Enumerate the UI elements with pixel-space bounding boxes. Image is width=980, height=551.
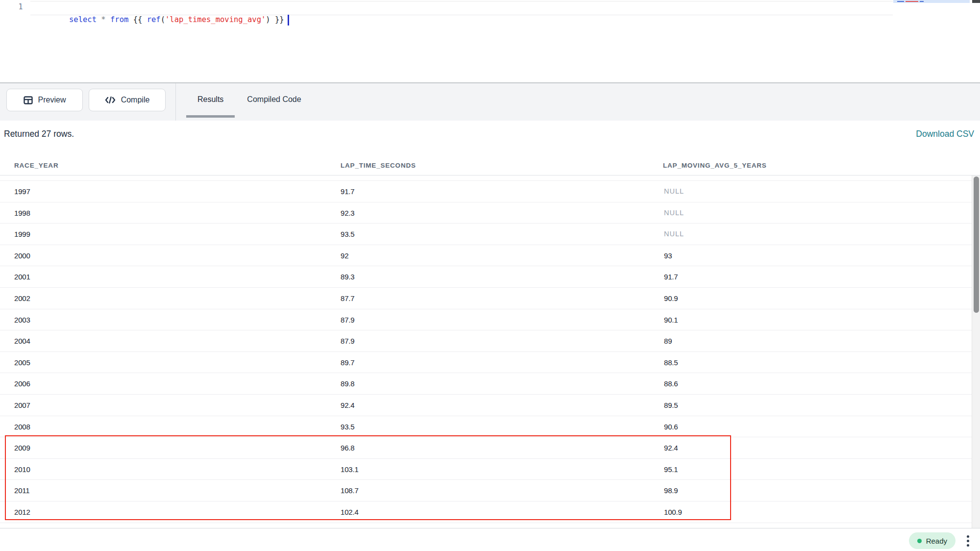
table-header: RACE_YEAR LAP_TIME_SECONDS LAP_MOVING_AV… — [0, 158, 980, 175]
cell-lap-time-seconds: 93.5 — [341, 224, 354, 245]
status-dot-icon — [917, 539, 922, 543]
editor-scrollbar-thumb[interactable] — [972, 0, 980, 3]
minimap-code-mark — [906, 1, 918, 2]
cell-lap-time-seconds: 89.3 — [341, 266, 354, 288]
cell-lap-time-seconds: 102.4 — [341, 501, 359, 523]
preview-button-label: Preview — [38, 96, 66, 104]
table-row-highlighted: 2012102.4100.9 — [0, 501, 972, 523]
table-row: 200487.989 — [0, 330, 972, 352]
results-toolbar: Preview Compile Results Compiled Code — [0, 83, 980, 121]
cell-race-year: 2009 — [14, 437, 30, 459]
download-csv-link[interactable]: Download CSV — [916, 129, 974, 139]
compile-button[interactable]: Compile — [89, 89, 166, 111]
table-row: 199993.5NULL — [0, 224, 972, 245]
cell-lap-time-seconds: 87.9 — [341, 309, 354, 331]
code-token: ref — [147, 15, 161, 24]
code-token: from — [110, 15, 128, 24]
cell-race-year: 1999 — [14, 224, 30, 245]
cell-lap-time-seconds: 87.7 — [341, 288, 354, 309]
results-tabs: Results Compiled Code — [186, 83, 313, 118]
cell-lap-time-seconds: 92 — [341, 245, 348, 267]
table-row: 200893.590.6 — [0, 416, 972, 438]
sql-ide-window: 1 select * from {{ ref('lap_times_moving… — [0, 0, 980, 551]
cell-race-year: 2010 — [14, 459, 30, 480]
table-row: 20009293 — [0, 245, 972, 267]
cell-lap-moving-avg-5-years: 100.9 — [664, 501, 682, 523]
code-token — [106, 15, 110, 24]
code-token: select — [69, 15, 97, 24]
cell-race-year: 1998 — [14, 202, 30, 224]
table-row-highlighted: 200996.892.4 — [0, 437, 972, 459]
status-badge: Ready — [909, 532, 956, 549]
cell-race-year: 2012 — [14, 501, 30, 523]
table-row: 200387.990.1 — [0, 309, 972, 331]
table-row-highlighted: 2010103.195.1 — [0, 459, 972, 480]
table-row: 200287.790.9 — [0, 288, 972, 309]
status-bar: Ready — [0, 528, 980, 551]
cell-lap-moving-avg-5-years: NULL — [664, 202, 684, 224]
code-token: * — [101, 15, 105, 24]
table-grid-icon — [24, 96, 33, 105]
sql-statement: select * from {{ ref('lap_times_moving_a… — [69, 15, 284, 24]
cell-race-year: 2005 — [14, 352, 30, 374]
results-scrollbar-track[interactable] — [972, 175, 980, 528]
editor-code-line[interactable]: select * from {{ ref('lap_times_moving_a… — [42, 2, 289, 14]
cell-lap-time-seconds: 93.5 — [341, 416, 354, 438]
editor-minimap[interactable] — [893, 0, 972, 82]
cell-lap-time-seconds: 92.3 — [341, 202, 354, 224]
code-token: }} — [270, 15, 284, 24]
cell-lap-moving-avg-5-years: 91.7 — [664, 266, 678, 288]
column-header-race-year: RACE_YEAR — [14, 162, 58, 169]
cell-lap-moving-avg-5-years: 98.9 — [664, 480, 678, 501]
cell-lap-time-seconds: 103.1 — [341, 459, 359, 480]
cell-lap-moving-avg-5-years: 88.6 — [664, 373, 678, 395]
code-token: ) — [266, 15, 270, 24]
row-count-summary: Returned 27 rows. — [4, 129, 74, 139]
tab-compiled-code[interactable]: Compiled Code — [236, 83, 312, 118]
results-scrollbar-thumb[interactable] — [974, 176, 979, 313]
cell-lap-time-seconds: 89.7 — [341, 352, 354, 374]
table-row: 199892.3NULL — [0, 202, 972, 224]
cell-lap-moving-avg-5-years: 89 — [664, 330, 672, 352]
cell-race-year: 2004 — [14, 330, 30, 352]
cell-lap-moving-avg-5-years: 89.5 — [664, 395, 678, 416]
toolbar-divider — [175, 83, 176, 121]
code-editor[interactable]: 1 select * from {{ ref('lap_times_moving… — [0, 0, 980, 82]
column-header-lap-moving-avg-5-years: LAP_MOVING_AVG_5_YEARS — [663, 162, 767, 169]
table-row: 200589.788.5 — [0, 352, 972, 374]
cell-race-year: 2001 — [14, 266, 30, 288]
cell-lap-moving-avg-5-years: 90.1 — [664, 309, 678, 331]
kebab-menu-icon[interactable] — [963, 533, 972, 549]
cell-race-year: 2007 — [14, 395, 30, 416]
tab-results[interactable]: Results — [186, 83, 235, 118]
minimap-code-mark — [920, 1, 924, 2]
table-row: 200189.391.7 — [0, 266, 972, 288]
cell-lap-moving-avg-5-years: 92.4 — [664, 437, 678, 459]
cell-race-year: 2006 — [14, 373, 30, 395]
cell-race-year: 2000 — [14, 245, 30, 267]
cell-lap-moving-avg-5-years: NULL — [664, 224, 684, 245]
status-label: Ready — [926, 537, 947, 545]
code-token: {{ — [128, 15, 147, 24]
cell-lap-moving-avg-5-years: 88.5 — [664, 352, 678, 374]
cell-lap-moving-avg-5-years: 93 — [664, 245, 672, 267]
cell-race-year: 2011 — [14, 480, 29, 501]
cell-lap-time-seconds: 108.7 — [341, 480, 359, 501]
cell-lap-time-seconds: 89.8 — [341, 373, 354, 395]
editor-line-number: 1 — [15, 2, 26, 11]
preview-button[interactable]: Preview — [6, 89, 83, 111]
column-header-lap-time-seconds: LAP_TIME_SECONDS — [341, 162, 416, 169]
code-icon — [105, 96, 116, 104]
compile-button-label: Compile — [121, 96, 150, 104]
cell-lap-time-seconds: 92.4 — [341, 395, 354, 416]
code-token — [97, 15, 101, 24]
cell-race-year: 2002 — [14, 288, 30, 309]
cell-race-year: 2008 — [14, 416, 30, 438]
cell-lap-moving-avg-5-years: 95.1 — [664, 459, 678, 480]
table-row: 200792.489.5 — [0, 395, 972, 416]
code-token: 'lap_times_moving_avg' — [165, 15, 266, 24]
minimap-code-mark — [897, 1, 904, 2]
cell-lap-moving-avg-5-years: 90.6 — [664, 416, 678, 438]
code-token: ( — [161, 15, 165, 24]
cell-race-year: 1997 — [14, 181, 30, 202]
